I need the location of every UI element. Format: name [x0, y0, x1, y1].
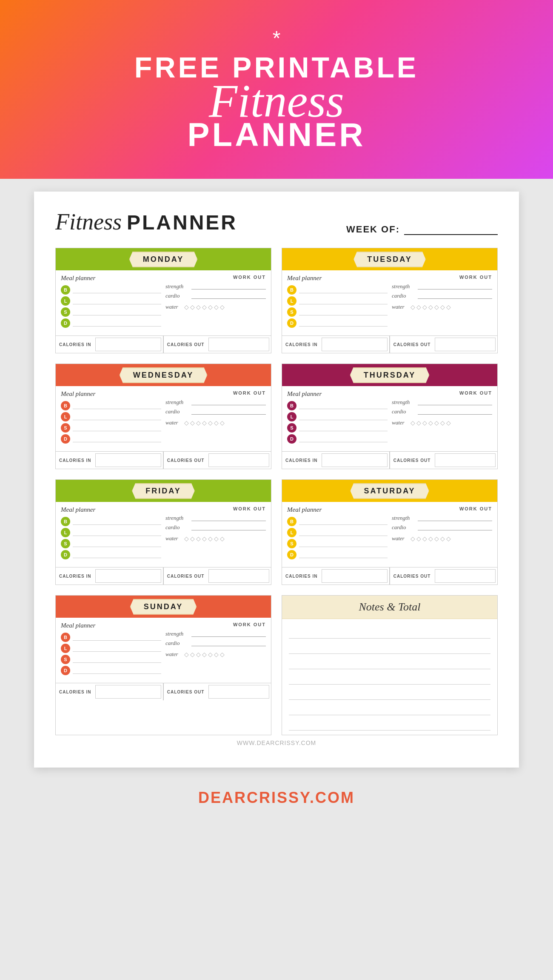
- water-drop[interactable]: ◇: [214, 419, 219, 426]
- water-drop[interactable]: ◇: [208, 651, 213, 658]
- water-drop[interactable]: ◇: [446, 535, 451, 542]
- water-drop[interactable]: ◇: [214, 651, 219, 658]
- water-drop[interactable]: ◇: [190, 535, 195, 542]
- water-drop[interactable]: ◇: [220, 304, 225, 310]
- meal-input-line[interactable]: [299, 436, 388, 442]
- meal-input-line[interactable]: [73, 436, 161, 442]
- meal-input-line[interactable]: [299, 529, 388, 536]
- meal-input-line[interactable]: [299, 287, 388, 293]
- water-drop[interactable]: ◇: [208, 535, 213, 542]
- water-drop[interactable]: ◇: [202, 535, 207, 542]
- workout-input-line[interactable]: [191, 293, 266, 299]
- water-drop[interactable]: ◇: [434, 419, 439, 426]
- calories-in-value[interactable]: [322, 569, 388, 583]
- calories-in-value[interactable]: [95, 569, 161, 583]
- water-drop[interactable]: ◇: [190, 651, 195, 658]
- water-drop[interactable]: ◇: [196, 419, 201, 426]
- workout-input-line[interactable]: [418, 399, 492, 405]
- meal-input-line[interactable]: [73, 424, 161, 431]
- water-drop[interactable]: ◇: [410, 304, 415, 310]
- water-drop[interactable]: ◇: [428, 419, 433, 426]
- notes-line[interactable]: [289, 654, 490, 669]
- water-drop[interactable]: ◇: [220, 651, 225, 658]
- notes-line[interactable]: [289, 623, 490, 639]
- workout-input-line[interactable]: [191, 524, 266, 530]
- calories-in-value[interactable]: [322, 453, 388, 467]
- water-drop[interactable]: ◇: [416, 535, 421, 542]
- workout-input-line[interactable]: [191, 631, 266, 637]
- calories-in-value[interactable]: [95, 453, 161, 467]
- calories-out-value[interactable]: [208, 569, 269, 583]
- workout-input-line[interactable]: [418, 524, 492, 530]
- workout-input-line[interactable]: [418, 409, 492, 415]
- notes-line[interactable]: [289, 715, 490, 731]
- meal-input-line[interactable]: [73, 667, 161, 674]
- meal-input-line[interactable]: [73, 645, 161, 652]
- meal-input-line[interactable]: [73, 551, 161, 558]
- water-drop[interactable]: ◇: [422, 419, 427, 426]
- meal-input-line[interactable]: [299, 424, 388, 431]
- water-drop[interactable]: ◇: [196, 651, 201, 658]
- workout-input-line[interactable]: [191, 515, 266, 521]
- water-drop[interactable]: ◇: [416, 419, 421, 426]
- water-drop[interactable]: ◇: [428, 535, 433, 542]
- calories-out-value[interactable]: [208, 685, 269, 699]
- meal-input-line[interactable]: [299, 413, 388, 420]
- water-drop[interactable]: ◇: [208, 304, 213, 310]
- workout-input-line[interactable]: [418, 284, 492, 289]
- workout-input-line[interactable]: [191, 399, 266, 405]
- water-drop[interactable]: ◇: [422, 304, 427, 310]
- water-drop[interactable]: ◇: [214, 304, 219, 310]
- meal-input-line[interactable]: [73, 298, 161, 304]
- water-drop[interactable]: ◇: [202, 651, 207, 658]
- meal-input-line[interactable]: [299, 518, 388, 525]
- meal-input-line[interactable]: [73, 402, 161, 409]
- meal-input-line[interactable]: [73, 529, 161, 536]
- water-drop[interactable]: ◇: [208, 419, 213, 426]
- water-drop[interactable]: ◇: [184, 304, 189, 310]
- calories-out-value[interactable]: [435, 569, 496, 583]
- calories-in-value[interactable]: [95, 338, 161, 351]
- meal-input-line[interactable]: [299, 298, 388, 304]
- meal-input-line[interactable]: [73, 540, 161, 547]
- water-drop[interactable]: ◇: [184, 535, 189, 542]
- water-drop[interactable]: ◇: [190, 304, 195, 310]
- notes-line[interactable]: [289, 700, 490, 715]
- notes-line[interactable]: [289, 685, 490, 700]
- meal-input-line[interactable]: [299, 540, 388, 547]
- calories-in-value[interactable]: [322, 338, 388, 351]
- water-drop[interactable]: ◇: [434, 304, 439, 310]
- calories-in-value[interactable]: [95, 685, 161, 699]
- water-drop[interactable]: ◇: [190, 419, 195, 426]
- workout-input-line[interactable]: [191, 284, 266, 289]
- water-drop[interactable]: ◇: [416, 304, 421, 310]
- workout-input-line[interactable]: [418, 515, 492, 521]
- meal-input-line[interactable]: [73, 413, 161, 420]
- water-drop[interactable]: ◇: [446, 304, 451, 310]
- meal-input-line[interactable]: [73, 287, 161, 293]
- meal-input-line[interactable]: [299, 309, 388, 315]
- water-drop[interactable]: ◇: [434, 535, 439, 542]
- water-drop[interactable]: ◇: [428, 304, 433, 310]
- water-drop[interactable]: ◇: [214, 535, 219, 542]
- water-drop[interactable]: ◇: [220, 535, 225, 542]
- notes-line[interactable]: [289, 669, 490, 685]
- water-drop[interactable]: ◇: [422, 535, 427, 542]
- calories-out-value[interactable]: [208, 453, 269, 467]
- calories-out-value[interactable]: [208, 338, 269, 351]
- workout-input-line[interactable]: [191, 409, 266, 415]
- water-drop[interactable]: ◇: [220, 419, 225, 426]
- workout-input-line[interactable]: [191, 640, 266, 646]
- water-drop[interactable]: ◇: [196, 304, 201, 310]
- water-drop[interactable]: ◇: [410, 535, 415, 542]
- meal-input-line[interactable]: [73, 656, 161, 663]
- water-drop[interactable]: ◇: [202, 304, 207, 310]
- water-drop[interactable]: ◇: [410, 419, 415, 426]
- water-drop[interactable]: ◇: [440, 419, 445, 426]
- meal-input-line[interactable]: [73, 320, 161, 327]
- workout-input-line[interactable]: [418, 293, 492, 299]
- water-drop[interactable]: ◇: [446, 419, 451, 426]
- meal-input-line[interactable]: [299, 551, 388, 558]
- meal-input-line[interactable]: [73, 634, 161, 641]
- meal-input-line[interactable]: [73, 518, 161, 525]
